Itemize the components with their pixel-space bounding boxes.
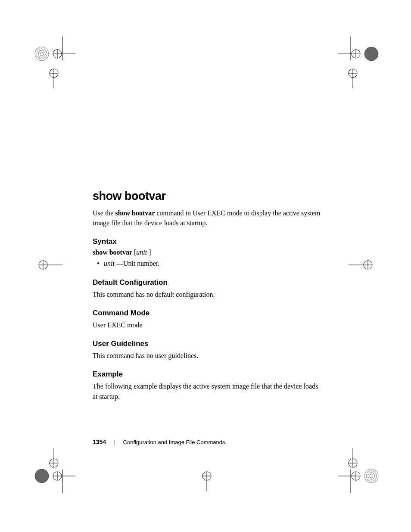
command-heading: show bootvar — [93, 190, 321, 203]
svg-point-8 — [40, 52, 44, 56]
svg-point-37 — [53, 472, 62, 480]
param-desc: —Unit number. — [115, 260, 159, 267]
crop-mark-bottom-left-2 — [32, 467, 75, 510]
crop-mark-bottom-left-1 — [32, 448, 67, 474]
svg-point-41 — [349, 459, 357, 467]
svg-point-9 — [50, 69, 58, 78]
footer-chapter-title: Configuration and Image File Commands — [123, 439, 225, 445]
command-mode-heading: Command Mode — [93, 309, 321, 317]
svg-point-47 — [352, 472, 360, 480]
syntax-heading: Syntax — [93, 237, 321, 246]
page-footer: 1354 | Configuration and Image File Comm… — [93, 439, 321, 445]
svg-point-31 — [50, 459, 58, 467]
page-content: show bootvar Use the show bootvar comman… — [93, 190, 321, 411]
footer-separator: | — [114, 439, 115, 445]
crop-mark-top-right-2 — [340, 62, 374, 88]
svg-point-27 — [364, 261, 372, 269]
syntax-command-line: show bootvar [unit ] — [93, 249, 321, 256]
svg-point-5 — [35, 47, 49, 61]
user-guidelines-heading: User Guidelines — [93, 339, 321, 348]
svg-point-50 — [364, 469, 378, 483]
default-config-section: Default Configuration This command has n… — [93, 278, 321, 299]
list-item: unit —Unit number. — [104, 259, 321, 268]
syntax-bracket-open: [ — [132, 249, 136, 256]
syntax-bracket-close: ] — [147, 249, 151, 256]
svg-point-19 — [349, 69, 357, 78]
user-guidelines-section: User Guidelines This command has no user… — [93, 339, 321, 361]
page-number: 1354 — [93, 439, 106, 445]
crop-mark-bottom-right-1 — [340, 448, 374, 474]
crop-mark-top-left-2 — [32, 62, 67, 88]
syntax-section: Syntax show bootvar [unit ] unit —Unit n… — [93, 237, 321, 268]
default-config-text: This command has no default configuratio… — [93, 289, 321, 299]
command-mode-section: Command Mode User EXEC mode — [93, 309, 321, 330]
intro-command: show bootvar — [115, 209, 155, 217]
svg-point-52 — [368, 473, 375, 479]
svg-point-6 — [37, 49, 47, 59]
svg-point-53 — [370, 474, 373, 478]
syntax-cmd: show bootvar — [93, 249, 132, 256]
crop-mark-mid-left — [32, 254, 67, 280]
svg-point-15 — [352, 50, 360, 58]
intro-prefix: Use the — [93, 209, 115, 217]
example-text: The following example displays the activ… — [93, 381, 321, 401]
svg-point-40 — [35, 469, 49, 483]
svg-point-18 — [364, 47, 378, 61]
example-heading: Example — [93, 370, 321, 379]
example-section: Example The following example displays t… — [93, 370, 321, 401]
crop-mark-bottom-right-2 — [338, 467, 381, 510]
svg-point-54 — [202, 472, 211, 480]
svg-point-2 — [53, 50, 62, 58]
syntax-param: unit — [136, 249, 147, 256]
svg-point-23 — [39, 261, 47, 269]
param-name: unit — [104, 260, 115, 267]
crop-mark-bottom-center — [190, 467, 224, 493]
syntax-params-list: unit —Unit number. — [104, 259, 321, 268]
user-guidelines-text: This command has no user guidelines. — [93, 351, 321, 361]
crop-mark-top-left — [32, 37, 75, 80]
intro-paragraph: Use the show bootvar command in User EXE… — [93, 208, 321, 228]
default-config-heading: Default Configuration — [93, 278, 321, 287]
svg-point-7 — [38, 50, 45, 57]
crop-mark-top-right — [338, 37, 381, 80]
command-mode-text: User EXEC mode — [93, 320, 321, 330]
crop-mark-mid-right — [344, 254, 379, 280]
svg-point-51 — [366, 471, 377, 481]
